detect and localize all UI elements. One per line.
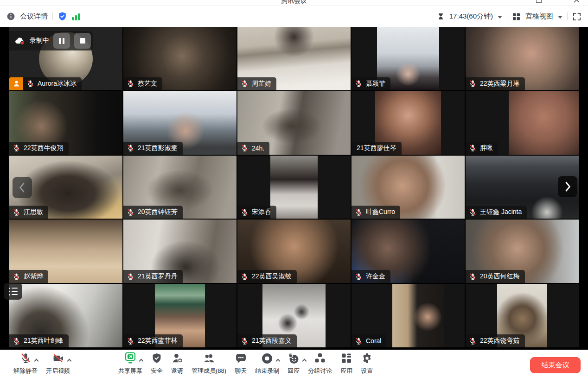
member-list-toggle[interactable] [4, 283, 22, 300]
mic-muted-icon [469, 337, 477, 345]
window-title: 腾讯会议 [0, 0, 588, 5]
mic-muted-icon [241, 337, 249, 345]
participant-name: 22英西饶弯茹 [480, 337, 520, 345]
participant-tile[interactable]: 21英西段嘉义 [237, 284, 351, 347]
participant-name: 许金金 [366, 272, 385, 281]
participant-nameplate: 赵紫烨 [9, 270, 48, 283]
grid-view-icon [512, 12, 521, 21]
participant-tile[interactable]: 21英西叶剑峰 [9, 284, 122, 347]
close-icon[interactable] [574, 0, 580, 3]
participant-tile[interactable]: 22英西梁月琳 [466, 27, 579, 90]
shield-check-icon[interactable] [58, 12, 67, 21]
participant-tile[interactable]: 胖啾 [466, 91, 579, 155]
participant-nameplate: Aurora冰冰冰 [23, 77, 82, 90]
start-video-button[interactable]: 开启视频 [42, 352, 74, 375]
signal-bars-icon[interactable] [72, 13, 80, 20]
pause-recording-button[interactable] [53, 33, 70, 49]
meeting-details-link[interactable]: 会议详情 [20, 12, 48, 21]
reactions-button[interactable]: 回应 [283, 352, 304, 375]
video-stage: 录制中Aurora冰冰冰蔡艺文周芷婧聂颖菲22英西梁月琳22英西牛俊翔21英西彭… [0, 27, 588, 350]
participant-nameplate: 20英西钟钰芳 [123, 206, 183, 219]
participant-video [270, 156, 318, 219]
stop-recording-button-overlay[interactable] [74, 33, 91, 49]
chat-button[interactable]: 聊天 [230, 352, 251, 375]
mic-muted-icon [469, 273, 477, 281]
participant-name: 20英西钟钰芳 [138, 208, 178, 216]
participant-nameplate: 24h. [237, 142, 269, 155]
recording-options-chevron[interactable] [276, 359, 281, 364]
participant-name: 宋添香 [252, 208, 271, 216]
participant-tile[interactable]: 聂颖菲 [352, 27, 465, 90]
tencent-meeting-window: 腾讯会议 会议详情 17:43(60分钟) 宫格视图 录制中Aurora冰冰冰蔡… [0, 0, 588, 377]
divider [52, 13, 53, 20]
participant-tile[interactable]: 宋添香 [237, 156, 351, 219]
end-meeting-button[interactable]: 结束会议 [530, 357, 581, 373]
participant-tile[interactable]: 20英西何红梅 [466, 220, 579, 283]
security-button[interactable]: 安全 [147, 352, 167, 375]
settings-button[interactable]: 设置 [357, 352, 377, 375]
participant-tile[interactable]: 22英西吴淑敏 [237, 220, 351, 283]
next-page-arrow[interactable] [558, 176, 577, 197]
video-options-chevron[interactable] [67, 359, 71, 364]
invite-button[interactable]: 邀请 [167, 352, 187, 375]
meeting-timer: 17:43(60分钟) [449, 12, 493, 21]
unmute-button[interactable]: 解除静音 [9, 352, 42, 375]
participant-nameplate: 江思敏 [9, 206, 48, 219]
participant-tile[interactable]: 叶鑫Curro [352, 156, 465, 219]
participant-name: 胖啾 [480, 144, 493, 152]
participant-tile[interactable]: Coral [352, 284, 465, 347]
meeting-topbar: 会议详情 17:43(60分钟) 宫格视图 [0, 6, 588, 27]
prev-page-arrow[interactable] [13, 177, 32, 198]
participant-name: 叶鑫Curro [366, 208, 395, 216]
breakout-rooms-button[interactable]: 分组讨论 [304, 352, 336, 375]
participant-name: 21英西廖佳琴 [357, 144, 396, 152]
invite-person-icon [172, 352, 183, 364]
mic-muted-icon [355, 208, 363, 216]
participant-tile[interactable]: 22英西饶弯茹 [466, 284, 579, 347]
gear-icon [361, 352, 373, 364]
participant-nameplate: 王钰鑫 Jacinta [466, 206, 527, 219]
share-options-chevron[interactable] [139, 359, 144, 364]
participant-tile[interactable]: 21英西罗丹丹 [123, 220, 236, 283]
apps-button[interactable]: 应用 [336, 352, 357, 375]
participant-tile[interactable]: 赵紫烨 [9, 220, 122, 283]
members-icon [203, 352, 215, 364]
audio-options-chevron[interactable] [34, 359, 38, 364]
stop-icon [80, 38, 85, 44]
participant-nameplate: 22英西牛俊翔 [9, 142, 69, 155]
participant-nameplate: 蔡艺文 [123, 77, 162, 90]
participant-tile[interactable]: 24h. [237, 91, 351, 155]
mic-muted-icon [241, 208, 249, 216]
timer-dropdown-caret[interactable] [498, 16, 502, 19]
participant-name: Aurora冰冰冰 [38, 80, 77, 88]
participant-tile[interactable]: 22英西牛俊翔 [9, 91, 122, 155]
participant-tile[interactable]: 21英西廖佳琴 [352, 91, 465, 155]
chevron-left-icon [17, 182, 27, 194]
layout-dropdown-caret[interactable] [558, 16, 562, 19]
screen-share-icon [124, 352, 136, 364]
maximize-icon[interactable] [536, 0, 542, 3]
stop-recording-button[interactable]: 结束录制 [251, 352, 283, 375]
participant-tile[interactable]: 21英西彭淑雯 [123, 91, 236, 155]
participant-tile[interactable]: 蔡艺文 [123, 27, 236, 90]
fullscreen-icon[interactable] [572, 12, 582, 21]
pause-icon [59, 38, 64, 44]
mic-muted-icon [241, 144, 249, 152]
share-screen-button[interactable]: 共享屏幕 [114, 352, 147, 375]
participant-nameplate: 聂颖菲 [352, 77, 390, 90]
participant-tile[interactable]: 许金金 [352, 220, 465, 283]
camera-off-icon [52, 352, 64, 364]
participant-tile[interactable]: 录制中Aurora冰冰冰 [9, 27, 122, 90]
participant-name: 22英西蓝菲林 [138, 337, 178, 345]
recording-indicator: 录制中 [9, 31, 93, 50]
manage-members-button[interactable]: 管理成员(88) [187, 352, 230, 375]
video-grid: 录制中Aurora冰冰冰蔡艺文周芷婧聂颖菲22英西梁月琳22英西牛俊翔21英西彭… [9, 27, 579, 347]
info-circle-icon [6, 12, 15, 21]
participant-name: 22英西吴淑敏 [252, 272, 292, 281]
participant-tile[interactable]: 周芷婧 [237, 27, 351, 90]
participant-name: 21英西段嘉义 [252, 337, 292, 345]
mic-muted-icon [469, 80, 477, 88]
layout-selector[interactable]: 宫格视图 [525, 12, 553, 21]
participant-tile[interactable]: 22英西蓝菲林 [123, 284, 236, 347]
participant-tile[interactable]: 20英西钟钰芳 [123, 156, 236, 219]
